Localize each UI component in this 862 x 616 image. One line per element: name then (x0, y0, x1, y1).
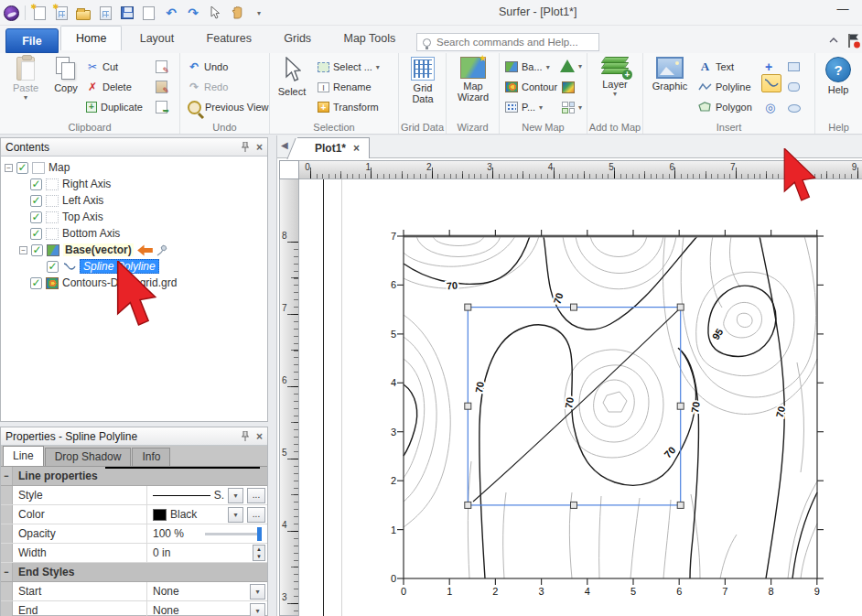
end-value[interactable]: None ▾ (147, 601, 267, 616)
tab-map-tools[interactable]: Map Tools (329, 27, 410, 51)
opacity-value[interactable]: 100 % (147, 524, 267, 543)
collapse-ribbon-icon[interactable] (828, 35, 841, 46)
new-base-map-button[interactable]: Ba...▾ (505, 59, 550, 75)
new-grid-values-button[interactable]: ▾ (562, 99, 582, 115)
color-dropdown[interactable]: ▾ (228, 507, 243, 523)
new-contour-map-button[interactable]: Contour (505, 79, 557, 95)
rename-button[interactable]: I Rename (318, 79, 372, 95)
selection-handles[interactable] (465, 304, 684, 508)
duplicate-button[interactable]: + Duplicate (86, 99, 143, 115)
map-checkbox[interactable]: ✓ (16, 162, 28, 174)
contents-close-icon[interactable]: × (256, 141, 263, 154)
transform-button[interactable]: + Transform (318, 99, 379, 115)
previous-view-button[interactable]: Previous View (188, 99, 269, 115)
vertical-ruler[interactable]: 876543 (279, 179, 299, 616)
tree-item-bottom-axis[interactable]: ✓ Bottom Axis (1, 225, 267, 242)
feedback-flag-icon[interactable] (847, 33, 860, 48)
left-axis-checkbox[interactable]: ✓ (30, 195, 42, 207)
insert-polygon-button[interactable]: Polygon (698, 99, 752, 115)
collapse-icon[interactable]: − (5, 164, 13, 172)
new-post-map-button[interactable]: P...▾ (505, 99, 543, 115)
insert-graphic-button[interactable]: Graphic (649, 56, 691, 92)
color-value[interactable]: Black ▾ ... (147, 505, 267, 524)
new-3d-surface-button[interactable]: ▾ (560, 58, 582, 74)
map-wizard-button[interactable]: MapWizard (453, 56, 493, 103)
insert-polyline-button[interactable]: Polyline (698, 79, 751, 95)
style-dropdown[interactable]: ▾ (228, 488, 243, 503)
start-dropdown[interactable]: ▾ (250, 584, 265, 600)
style-value[interactable]: S. ▾ ... (147, 486, 267, 504)
color-more-button[interactable]: ... (247, 507, 265, 523)
file-tab[interactable]: File (5, 28, 59, 53)
section-line-properties[interactable]: − Line properties (1, 467, 267, 486)
plot1-tab-close-icon[interactable]: × (353, 142, 360, 155)
style-more-button[interactable]: ... (247, 488, 265, 503)
end-dropdown[interactable]: ▾ (250, 603, 265, 616)
qat-customize-icon[interactable]: ▾ (251, 5, 267, 21)
contours-checkbox[interactable]: ✓ (30, 277, 42, 289)
tab-features[interactable]: Features (192, 27, 266, 51)
command-search[interactable] (416, 33, 599, 51)
collapse-section-icon[interactable]: − (1, 467, 13, 485)
tab-home[interactable]: Home (60, 26, 122, 50)
insert-text-button[interactable]: A Text (698, 59, 734, 75)
save-icon[interactable] (119, 5, 135, 21)
add-layer-button[interactable]: Layer▾ (595, 56, 635, 98)
paste-format-button[interactable] (156, 79, 167, 95)
insert-rectangle-button[interactable] (788, 59, 800, 75)
delete-button[interactable]: ✗ Delete (86, 79, 132, 95)
collapse-section-icon[interactable]: − (1, 563, 13, 581)
paste-button[interactable]: Paste▾ (5, 56, 46, 102)
width-value[interactable]: 0 in ▲▼ (147, 544, 267, 562)
right-axis-checkbox[interactable]: ✓ (30, 178, 42, 190)
section-end-styles[interactable]: − End Styles (1, 563, 267, 582)
base-checkbox[interactable]: ✓ (31, 244, 43, 256)
collapse-icon[interactable]: − (19, 246, 27, 254)
grid-data-button[interactable]: GridData (403, 56, 443, 104)
insert-spline-polyline-button[interactable] (761, 75, 781, 92)
tree-item-right-axis[interactable]: ✓ Right Axis (1, 176, 267, 192)
insert-ellipse-button[interactable] (788, 100, 801, 116)
insert-symbol-button[interactable]: + (765, 59, 772, 75)
copy-format-button[interactable] (156, 59, 167, 75)
start-value[interactable]: None ▾ (147, 582, 267, 600)
opacity-slider[interactable] (205, 533, 262, 535)
insert-spline-polygon-button[interactable]: ◎ (765, 99, 775, 115)
undo-qat-icon[interactable]: ↶ (163, 5, 179, 21)
tab-scroll-left-icon[interactable]: ◀ (281, 140, 288, 150)
selection-box[interactable] (465, 304, 684, 508)
redo-qat-icon[interactable]: ↷ (185, 5, 201, 21)
redo-button[interactable]: ↷ Redo (188, 79, 228, 95)
plot-canvas[interactable]: 70 70 70 70 70 70 70 95 (299, 179, 862, 616)
width-spinner[interactable]: ▲▼ (253, 545, 265, 561)
pushpin-icon[interactable] (156, 244, 168, 256)
tab-info[interactable]: Info (132, 448, 170, 466)
search-input[interactable] (436, 37, 593, 48)
bottom-axis-checkbox[interactable]: ✓ (30, 228, 42, 240)
new-worksheet-icon[interactable] (53, 5, 70, 21)
select-more-button[interactable]: Select ...▾ (318, 59, 380, 75)
paste-special-button[interactable] (156, 99, 167, 115)
spline-checkbox[interactable]: ✓ (47, 261, 59, 273)
pin-icon[interactable] (241, 142, 251, 152)
tab-drop-shadow[interactable]: Drop Shadow (45, 448, 132, 466)
opacity-slider-handle[interactable] (257, 527, 262, 541)
copy-button[interactable]: Copy (46, 56, 86, 93)
export-icon[interactable]: ↘ (141, 5, 157, 21)
tab-layout[interactable]: Layout (125, 27, 189, 51)
properties-close-icon[interactable]: × (256, 430, 263, 443)
cut-button[interactable]: ✂ Cut (86, 59, 118, 75)
pan-hand-icon[interactable] (229, 5, 245, 21)
new-color-relief-button[interactable] (562, 79, 575, 95)
select-qat-icon[interactable] (207, 5, 223, 21)
help-button[interactable]: ? Help (818, 56, 858, 95)
open-icon[interactable] (75, 5, 92, 21)
top-axis-checkbox[interactable]: ✓ (30, 211, 42, 223)
tree-item-top-axis[interactable]: ✓ Top Axis (1, 209, 267, 225)
tab-grids[interactable]: Grids (269, 27, 326, 51)
undo-button[interactable]: ↶ Undo (188, 59, 228, 75)
insert-rounded-rect-button[interactable] (788, 79, 800, 95)
plot1-tab[interactable]: Plot1* × (297, 137, 370, 158)
tree-item-base-vector[interactable]: − ✓ Base(vector) (1, 242, 267, 258)
tree-item-map[interactable]: − ✓ Map (1, 159, 267, 176)
